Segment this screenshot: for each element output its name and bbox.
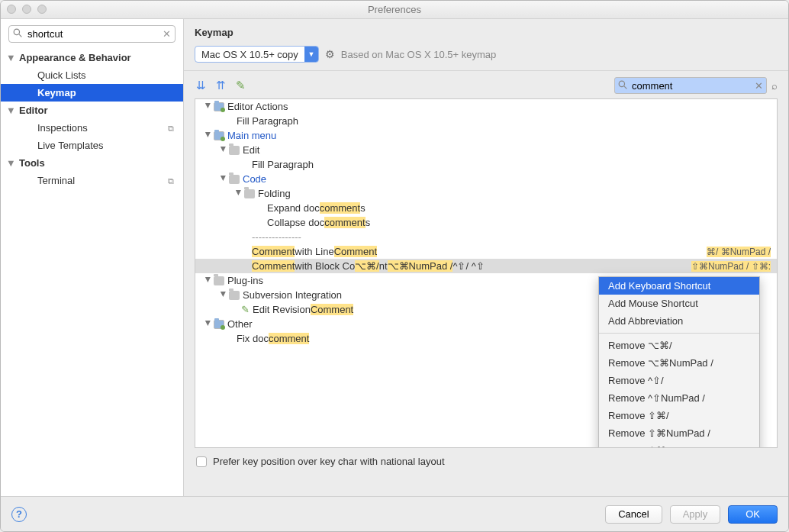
tree-leaf-fill-paragraph-2[interactable]: Fill Paragraph <box>195 157 777 172</box>
chevron-updown-icon: ▼ <box>304 47 318 62</box>
menu-item-remove-3[interactable]: Remove ^⇧/ <box>599 372 759 389</box>
chevron-down-icon: ▶ <box>204 132 212 140</box>
folder-icon <box>214 320 224 329</box>
sidebar-item-label: Inspections <box>37 122 88 134</box>
page-title: Keymap <box>184 19 788 41</box>
tree-search: ✕ ⌕ <box>614 77 778 94</box>
chevron-down-icon: ▶ <box>204 277 212 285</box>
svg-point-0 <box>14 29 19 34</box>
menu-item-add-abbreviation[interactable]: Add Abbreviation <box>599 312 759 330</box>
shortcut-label: ⌘/ ⌘NumPad / <box>707 247 777 257</box>
title-bar: Preferences <box>1 1 788 19</box>
sidebar-search-input[interactable] <box>8 25 176 43</box>
menu-item-add-keyboard-shortcut[interactable]: Add Keyboard Shortcut <box>599 277 759 295</box>
menu-item-remove-7[interactable]: Remove ⇧⌘NumPad / <box>599 442 759 448</box>
chevron-down-icon: ▶ <box>220 292 227 299</box>
menu-item-remove-4[interactable]: Remove ^⇧NumPad / <box>599 389 759 407</box>
menu-item-remove-5[interactable]: Remove ⇧⌘/ <box>599 407 759 424</box>
chevron-down-icon: ▶ <box>204 321 212 328</box>
menu-item-remove-2[interactable]: Remove ⌥⌘NumPad / <box>599 354 759 372</box>
sidebar-item-inspections[interactable]: Inspections⧉ <box>1 119 183 137</box>
sidebar-search: ✕ <box>8 25 176 43</box>
sidebar-item-live-templates[interactable]: Live Templates <box>1 137 183 154</box>
tree-leaf-collapse-doc-comments[interactable]: Collapse doc comments <box>195 215 777 230</box>
minimize-icon[interactable] <box>22 5 31 14</box>
tree-node-main-menu[interactable]: ▶Main menu <box>195 128 777 143</box>
sidebar-item-quick-lists[interactable]: Quick Lists <box>1 66 183 84</box>
find-by-shortcut-icon[interactable]: ⌕ <box>771 80 778 92</box>
sidebar-item-terminal[interactable]: Terminal⧉ <box>1 172 183 189</box>
sidebar-item-label: Terminal <box>37 175 75 186</box>
menu-item-add-mouse-shortcut[interactable]: Add Mouse Shortcut <box>599 295 759 312</box>
sidebar-group-editor[interactable]: Editor <box>1 102 183 119</box>
search-icon <box>618 80 628 92</box>
search-icon <box>13 28 23 40</box>
edit-icon[interactable]: ✎ <box>234 79 246 92</box>
clear-icon[interactable]: ✕ <box>755 80 763 92</box>
tree-node-code[interactable]: ▶Code <box>195 172 777 186</box>
clear-icon[interactable]: ✕ <box>163 28 171 40</box>
menu-separator <box>599 333 759 334</box>
folder-icon <box>214 131 224 140</box>
checkbox-icon[interactable] <box>196 456 207 467</box>
context-menu: Add Keyboard Shortcut Add Mouse Shortcut… <box>598 276 760 448</box>
chevron-down-icon: ▶ <box>204 103 212 111</box>
chevron-down-icon: ▶ <box>220 147 227 154</box>
main-panel: Keymap Mac OS X 10.5+ copy ▼ ⚙︎ Based on… <box>184 19 788 496</box>
pin-icon: ⧉ <box>168 176 174 186</box>
tree-node-folding[interactable]: ▶Folding <box>195 186 777 201</box>
folder-icon <box>244 189 255 198</box>
national-layout-option[interactable]: Prefer key position over key char with n… <box>184 448 788 467</box>
folder-icon <box>229 175 240 184</box>
folder-icon <box>214 102 224 111</box>
shortcut-label: ⇧⌘NumPad / ⇧⌘: <box>691 261 777 272</box>
tree-toolbar: ⇊ ⇈ ✎ <box>195 79 246 92</box>
svg-point-2 <box>619 81 624 86</box>
ok-button[interactable]: OK <box>728 505 778 524</box>
menu-item-remove-6[interactable]: Remove ⇧⌘NumPad / <box>599 424 759 442</box>
national-layout-label: Prefer key position over key char with n… <box>213 456 445 467</box>
chevron-down-icon: ▶ <box>220 176 227 183</box>
help-icon[interactable]: ? <box>11 507 27 522</box>
tree-leaf-comment-with-block[interactable]: Comment with Block Co⌥⌘/nt⌥⌘NumPad / ^⇧/… <box>195 259 777 273</box>
sidebar-group-tools[interactable]: Tools <box>1 154 183 172</box>
pin-icon: ⧉ <box>168 124 174 134</box>
folder-icon <box>229 291 240 300</box>
close-icon[interactable] <box>7 5 16 14</box>
zoom-icon[interactable] <box>37 5 47 14</box>
tree-separator: --------------- <box>195 230 777 244</box>
tree-leaf-expand-doc-comments[interactable]: Expand doc comments <box>195 201 777 215</box>
action-tree[interactable]: ▶Editor Actions Fill Paragraph ▶Main men… <box>195 98 778 448</box>
sidebar-item-keymap[interactable]: Keymap <box>1 84 183 102</box>
chevron-down-icon: ▶ <box>235 190 243 198</box>
menu-item-remove-1[interactable]: Remove ⌥⌘/ <box>599 337 759 354</box>
tree-search-input[interactable] <box>614 77 767 94</box>
pencil-icon: ✎ <box>241 304 250 315</box>
svg-line-3 <box>624 86 626 89</box>
sidebar-group-appearance[interactable]: Appearance & Behavior <box>1 49 183 66</box>
tree-node-edit[interactable]: ▶Edit <box>195 143 777 157</box>
keymap-select[interactable]: Mac OS X 10.5+ copy ▼ <box>195 46 319 63</box>
apply-button[interactable]: Apply <box>670 505 721 524</box>
sidebar: ✕ Appearance & Behavior Quick Lists Keym… <box>1 19 184 496</box>
tree-leaf-comment-with-line[interactable]: Comment with Line Comment⌘/ ⌘NumPad / <box>195 244 777 259</box>
expand-all-icon[interactable]: ⇊ <box>195 79 207 92</box>
tree-leaf-fill-paragraph[interactable]: Fill Paragraph <box>195 114 777 128</box>
keymap-select-value: Mac OS X 10.5+ copy <box>195 49 304 60</box>
cancel-button[interactable]: Cancel <box>605 505 662 524</box>
dialog-footer: ? Cancel Apply OK <box>1 496 788 531</box>
window-title: Preferences <box>368 4 421 15</box>
svg-line-1 <box>19 34 21 37</box>
based-on-label: Based on Mac OS X 10.5+ keymap <box>341 49 496 60</box>
gear-icon[interactable]: ⚙︎ <box>325 48 335 60</box>
sidebar-nav: Appearance & Behavior Quick Lists Keymap… <box>1 47 183 496</box>
collapse-all-icon[interactable]: ⇈ <box>214 79 227 92</box>
folder-icon <box>229 146 240 155</box>
folder-icon <box>214 276 224 285</box>
tree-node-editor-actions[interactable]: ▶Editor Actions <box>195 99 777 114</box>
